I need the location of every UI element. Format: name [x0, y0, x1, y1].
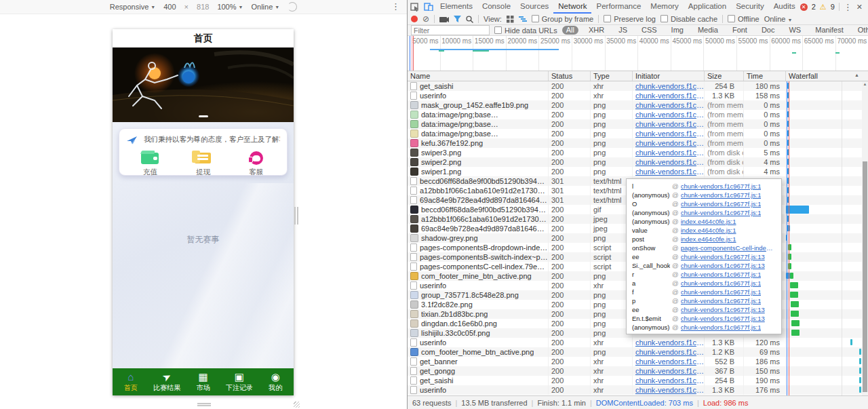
table-row[interactable]: swiper3.png 200 png chunk-vendors.f1c967… [408, 148, 868, 157]
inspect-element-icon[interactable] [408, 0, 421, 14]
device-toolbar-toggle-icon[interactable] [421, 0, 435, 14]
stack-frame-source-link[interactable]: chunk-vendors.f1c9677f.js:1 [681, 191, 762, 199]
table-row[interactable]: get_saishi 200 xhr chunk-vendors.f1c9677… [408, 376, 868, 385]
table-row[interactable]: swiper2.png 200 png chunk-vendors.f1c967… [408, 157, 868, 167]
column-header-time[interactable]: Time [744, 71, 786, 81]
column-header-initiator[interactable]: Initiator [633, 71, 705, 81]
hide-data-urls-checkbox[interactable]: Hide data URLs [494, 26, 557, 35]
stack-frame-source-link[interactable]: index.e464c0fe.js:1 [681, 217, 736, 226]
devtools-tab[interactable]: Security [731, 0, 769, 14]
initiator-link[interactable]: chunk-vendors.f1c9677f.j… [633, 110, 705, 119]
request-type-filter[interactable]: Media [694, 26, 722, 35]
viewport-resize-handle-right[interactable] [294, 207, 298, 225]
initiator-link[interactable]: chunk-vendors.f1c9677f.j… [633, 385, 705, 395]
stack-frame-source-link[interactable]: chunk-vendors.f1c9677f.js:1 [681, 199, 762, 208]
devtools-tab[interactable]: Elements [435, 0, 477, 14]
initiator-link[interactable]: chunk-vendors.f1c9677f.j… [633, 91, 705, 100]
tab-item[interactable]: ▣ 下注记录 [221, 368, 257, 395]
devtools-tab[interactable]: Console [477, 0, 515, 14]
request-type-filter[interactable]: Manifest [811, 26, 848, 35]
network-throttle-dropdown[interactable]: Online ▼ [764, 15, 793, 23]
initiator-link[interactable]: chunk-vendors.f1c9677f.j… [633, 138, 705, 148]
record-icon[interactable] [411, 16, 418, 22]
rotate-icon[interactable] [288, 2, 297, 12]
zoom-dropdown[interactable]: 100% ▼ [217, 3, 243, 11]
initiator-link[interactable]: chunk-vendors.f1c9677f.j… [633, 357, 705, 366]
filter-funnel-icon[interactable] [454, 16, 461, 22]
table-row[interactable]: get_gongg 200 xhr chunk-vendors.f1c9677f… [408, 366, 868, 376]
request-type-filter[interactable]: JS [614, 26, 631, 35]
screenshot-capture-icon[interactable] [439, 16, 449, 22]
device-type-dropdown[interactable]: Responsive ▼ [110, 3, 155, 11]
initiator-link[interactable]: chunk-vendors.f1c9677f.j… [633, 338, 705, 347]
table-row[interactable]: userinfo 200 xhr chunk-vendors.f1c9677f.… [408, 91, 868, 100]
offline-checkbox[interactable]: Offline [728, 15, 760, 23]
table-row[interactable]: data:image/png;base… 200 png chunk-vendo… [408, 119, 868, 129]
table-row[interactable]: data:image/png;base… 200 png chunk-vendo… [408, 129, 868, 138]
devtools-tab[interactable]: Performance [591, 0, 646, 14]
stack-frame-source-link[interactable]: chunk-vendors.f1c9677f.js:1 [681, 288, 762, 296]
initiator-link[interactable]: chunk-vendors.f1c9677f.j… [633, 376, 705, 385]
clear-icon[interactable]: ⊘ [422, 15, 429, 23]
request-type-filter[interactable]: All [562, 26, 578, 35]
column-header-status[interactable]: Status [549, 71, 591, 81]
tab-item[interactable]: ◉ 我的 [258, 368, 294, 395]
error-badge-icon[interactable]: ✕ [800, 3, 808, 11]
stack-frame-source-link[interactable]: chunk-vendors.f1c9677f.js:13 [681, 252, 765, 261]
initiator-link[interactable]: chunk-vendors.f1c9677f.j… [633, 167, 705, 176]
devtools-tab[interactable]: Memory [646, 0, 684, 14]
table-row[interactable]: com_footer_home_btn_active.png 200 png c… [408, 347, 868, 357]
scrollbar[interactable]: ▲ [862, 81, 868, 395]
preserve-log-checkbox[interactable]: Preserve log [604, 15, 656, 23]
column-header-size[interactable]: Size [705, 71, 744, 81]
dom-content-loaded-time[interactable]: DOMContentLoaded: 703 ms [596, 399, 693, 407]
devtools-tab[interactable]: Audits [769, 0, 800, 14]
tab-item[interactable]: ▦ 市场 [185, 368, 221, 395]
close-icon[interactable]: ✕ [856, 3, 863, 12]
stack-frame-source-link[interactable]: index.e464c0fe.js:1 [681, 226, 736, 235]
initiator-link[interactable]: chunk-vendors.f1c9677f.j… [633, 119, 705, 129]
table-row[interactable]: swiper1.png 200 png chunk-vendors.f1c967… [408, 167, 868, 176]
stack-frame-source-link[interactable]: pages-componentsC-cell-index.79ee0afc.js… [681, 244, 776, 252]
request-type-filter[interactable]: Img [667, 26, 688, 35]
stack-frame-source-link[interactable]: chunk-vendors.f1c9677f.js:1 [681, 279, 762, 288]
devtools-tab[interactable]: Application [684, 0, 731, 14]
warning-badge-icon[interactable]: ⚠ [820, 3, 827, 12]
throttle-dropdown[interactable]: Online ▼ [251, 3, 279, 11]
scrollbar-thumb[interactable] [863, 161, 867, 392]
stack-frame-source-link[interactable]: chunk-vendors.f1c9677f.js:13 [681, 305, 765, 314]
search-icon[interactable] [466, 16, 473, 23]
initiator-link[interactable]: chunk-vendors.f1c9677f.j… [633, 100, 705, 110]
initiator-link[interactable]: chunk-vendors.f1c9677f.j… [633, 366, 705, 376]
table-row[interactable]: userinfo 200 xhr chunk-vendors.f1c9677f.… [408, 385, 868, 395]
quick-action[interactable]: 客服 [236, 150, 277, 177]
group-by-frame-checkbox[interactable]: Group by frame [532, 15, 593, 23]
column-header-name[interactable]: Name [408, 71, 549, 81]
request-type-filter[interactable]: Other [854, 26, 868, 35]
disable-cache-checkbox[interactable]: Disable cache [660, 15, 717, 23]
table-row[interactable]: userinfo 200 xhr chunk-vendors.f1c9677f.… [408, 338, 868, 347]
scrollbar-up-icon[interactable]: ▲ [862, 82, 868, 86]
request-type-filter[interactable]: Font [728, 26, 751, 35]
devtools-menu-icon[interactable]: ⋮ [844, 2, 852, 12]
table-row[interactable]: data:image/png;base… 200 png chunk-vendo… [408, 110, 868, 119]
stack-frame-source-link[interactable]: chunk-vendors.f1c9677f.js:1 [681, 270, 762, 279]
devtools-tab[interactable]: Sources [515, 0, 553, 14]
tab-item[interactable]: ⌂ 首页 [113, 368, 149, 395]
table-row[interactable]: get_banner 200 xhr chunk-vendors.f1c9677… [408, 357, 868, 366]
waterfall-view-icon[interactable] [519, 16, 527, 22]
device-toolbar-menu-icon[interactable]: ⋮ [391, 1, 400, 12]
devtools-tab[interactable]: Network [553, 0, 591, 14]
request-type-filter[interactable]: WS [785, 26, 805, 35]
quick-action[interactable]: 充值 [130, 150, 170, 177]
initiator-link[interactable]: chunk-vendors.f1c9677f.j… [633, 347, 705, 357]
stack-frame-source-link[interactable]: chunk-vendors.f1c9677f.js:1 [681, 208, 762, 217]
grid-view-icon[interactable] [507, 16, 514, 23]
request-type-filter[interactable]: XHR [585, 26, 608, 35]
table-row[interactable]: mask_group_1452.eaffe1b9.png 200 png chu… [408, 100, 868, 110]
banner-carousel[interactable] [113, 47, 294, 122]
initiator-link[interactable]: chunk-vendors.f1c9677f.j… [633, 81, 705, 91]
request-type-filter[interactable]: Doc [757, 26, 779, 35]
quick-action[interactable]: 提现 [182, 150, 223, 177]
request-type-filter[interactable]: CSS [637, 26, 661, 35]
